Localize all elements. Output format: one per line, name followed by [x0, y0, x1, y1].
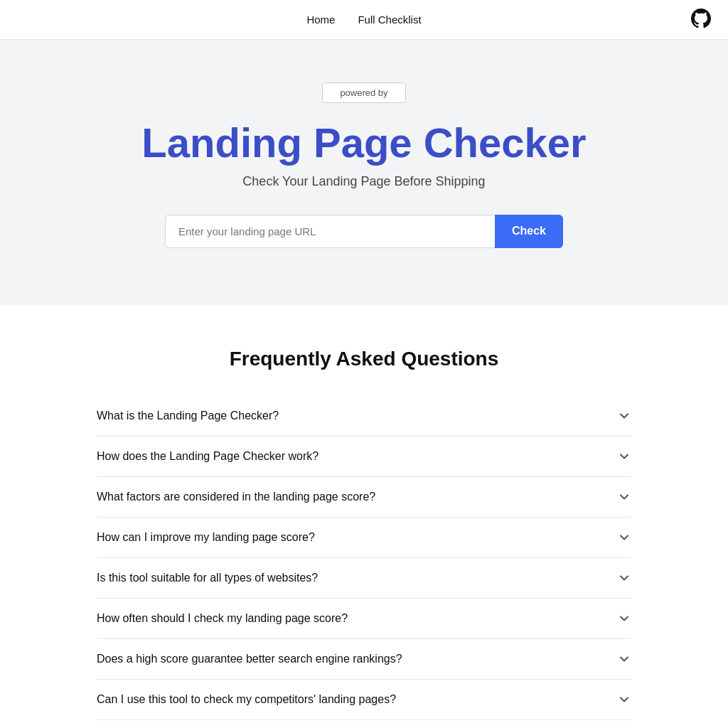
faq-question: How does the Landing Page Checker work?	[97, 450, 318, 463]
nav-checklist[interactable]: Full Checklist	[358, 14, 421, 26]
faq-question: How often should I check my landing page…	[97, 612, 348, 625]
hero-subtitle: Check Your Landing Page Before Shipping	[17, 174, 711, 189]
github-link[interactable]	[691, 9, 711, 31]
chevron-down-icon	[617, 571, 631, 585]
faq-question: What factors are considered in the landi…	[97, 491, 375, 503]
chevron-down-icon	[617, 490, 631, 504]
faq-question: Can I use this tool to check my competit…	[97, 693, 396, 706]
chevron-down-icon	[617, 449, 631, 464]
faq-item[interactable]: How often should I check my landing page…	[97, 599, 631, 639]
faq-list: What is the Landing Page Checker? How do…	[97, 396, 631, 720]
faq-question: Is this tool suitable for all types of w…	[97, 572, 318, 584]
chevron-down-icon	[617, 611, 631, 626]
nav-home[interactable]: Home	[306, 14, 335, 26]
faq-question: What is the Landing Page Checker?	[97, 410, 279, 422]
faq-item[interactable]: Does a high score guarantee better searc…	[97, 639, 631, 680]
faq-item[interactable]: What factors are considered in the landi…	[97, 477, 631, 518]
faq-item[interactable]: How does the Landing Page Checker work?	[97, 437, 631, 477]
url-input[interactable]	[165, 215, 495, 248]
hero-section: powered by Landing Page Checker Check Yo…	[0, 40, 728, 305]
faq-section: Frequently Asked Questions What is the L…	[80, 305, 648, 728]
github-icon	[691, 18, 711, 31]
hero-title: Landing Page Checker	[17, 120, 711, 166]
url-form: Check	[165, 215, 563, 248]
faq-question: Does a high score guarantee better searc…	[97, 653, 402, 665]
faq-item[interactable]: Can I use this tool to check my competit…	[97, 680, 631, 720]
faq-question: How can I improve my landing page score?	[97, 531, 315, 544]
faq-title: Frequently Asked Questions	[97, 348, 631, 370]
faq-item[interactable]: Is this tool suitable for all types of w…	[97, 558, 631, 599]
nav-links: Home Full Checklist	[306, 14, 421, 26]
navbar: Home Full Checklist	[0, 0, 728, 40]
powered-by-badge: powered by	[322, 82, 405, 103]
chevron-down-icon	[617, 530, 631, 545]
faq-item[interactable]: What is the Landing Page Checker?	[97, 396, 631, 437]
chevron-down-icon	[617, 409, 631, 423]
check-button[interactable]: Check	[495, 215, 563, 248]
faq-item[interactable]: How can I improve my landing page score?	[97, 518, 631, 558]
chevron-down-icon	[617, 692, 631, 707]
chevron-down-icon	[617, 652, 631, 666]
